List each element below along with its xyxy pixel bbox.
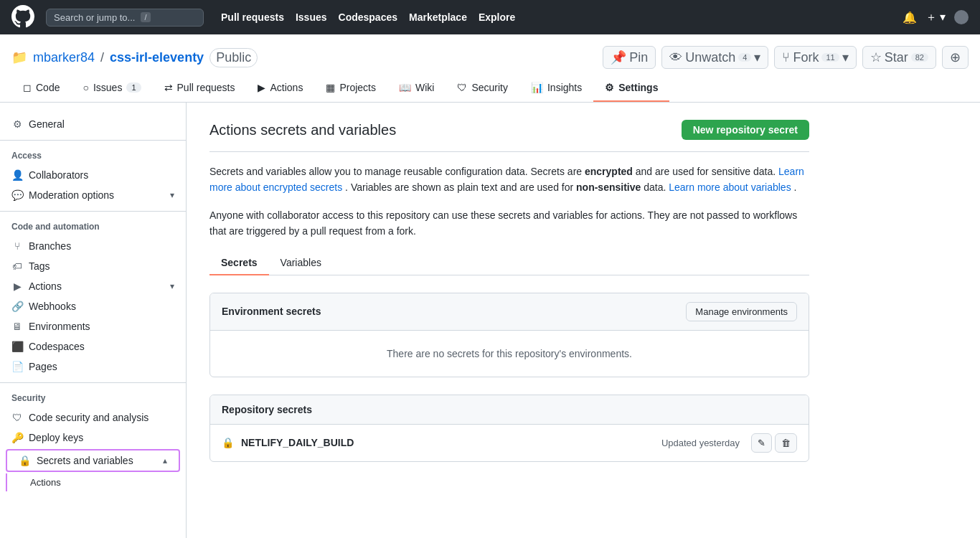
sidebar-item-code-security[interactable]: 🛡 Code security and analysis bbox=[0, 407, 186, 428]
nav-explore[interactable]: Explore bbox=[479, 11, 515, 23]
env-secrets-empty: There are no secrets for this repository… bbox=[210, 331, 809, 377]
sidebar-item-general[interactable]: ⚙ General bbox=[0, 114, 186, 134]
tab-variables[interactable]: Variables bbox=[269, 251, 333, 275]
sidebar-divider-3 bbox=[0, 382, 186, 383]
unwatch-button[interactable]: 👁 Unwatch 4 ▾ bbox=[661, 46, 768, 69]
desc-p3: . Variables are shown as plain text and … bbox=[345, 181, 576, 193]
search-box[interactable]: Search or jump to... / bbox=[46, 9, 204, 27]
sidebar-item-webhooks[interactable]: 🔗 Webhooks bbox=[0, 296, 186, 316]
secret-name: NETLIFY_DAILY_BUILD bbox=[241, 437, 354, 448]
fork-button[interactable]: ⑂ Fork 11 ▾ bbox=[774, 46, 856, 69]
settings-icon: ⚙ bbox=[605, 82, 614, 93]
tab-settings[interactable]: ⚙ Settings bbox=[593, 75, 669, 102]
desc-bold-nonsensitive: non-sensitive bbox=[576, 181, 641, 193]
tag-icon: 🏷 bbox=[11, 260, 23, 272]
sidebar-item-actions[interactable]: ▶ Actions ▾ bbox=[0, 276, 186, 296]
comment-icon: 💬 bbox=[11, 189, 23, 201]
top-navigation: Search or jump to... / Pull requests Iss… bbox=[0, 0, 980, 34]
desc-p4: data. bbox=[644, 181, 669, 193]
repo-name-link[interactable]: css-irl-eleventy bbox=[110, 50, 204, 65]
fork-count: 11 bbox=[821, 53, 839, 62]
nav-issues[interactable]: Issues bbox=[296, 11, 327, 23]
pin-icon: 📌 bbox=[611, 49, 626, 65]
repo-icon: 📁 bbox=[11, 49, 27, 65]
sidebar-item-secrets-variables[interactable]: 🔒 Secrets and variables ▴ bbox=[6, 449, 180, 472]
environment-secrets-card: Environment secrets Manage environments … bbox=[209, 293, 809, 377]
star-button[interactable]: ☆ Star 82 bbox=[862, 46, 936, 69]
page-header: Actions secrets and variables New reposi… bbox=[209, 120, 809, 152]
sidebar-item-codespaces[interactable]: ⬛ Codespaces bbox=[0, 336, 186, 357]
sidebar-sub-item-actions[interactable]: Actions bbox=[6, 473, 186, 491]
pin-button[interactable]: 📌 Pin bbox=[603, 46, 656, 69]
avatar[interactable] bbox=[954, 10, 969, 24]
secret-lock-icon: 🔒 bbox=[222, 437, 234, 448]
desc-link-variables[interactable]: Learn more about variables bbox=[669, 181, 791, 193]
tab-issues-label: Issues bbox=[93, 82, 122, 93]
new-secret-button[interactable]: New repository secret bbox=[682, 120, 809, 140]
sidebar-item-environments[interactable]: 🖥 Environments bbox=[0, 316, 186, 336]
automation-section-label: Code and automation bbox=[0, 217, 186, 236]
sidebar-environments-label: Environments bbox=[29, 321, 90, 332]
plus-button[interactable]: ＋ ▾ bbox=[925, 10, 946, 25]
sidebar-secrets-label: Secrets and variables bbox=[37, 455, 133, 466]
nav-pull-requests[interactable]: Pull requests bbox=[221, 11, 284, 23]
description-text-2: Anyone with collaborator access to this … bbox=[209, 207, 809, 240]
chevron-down-icon: ▾ bbox=[754, 49, 760, 65]
secret-updated: Updated yesterday bbox=[661, 438, 740, 448]
sidebar-automation-section: Code and automation ⑂ Branches 🏷 Tags ▶ … bbox=[0, 217, 186, 377]
main-layout: ⚙ General Access 👤 Collaborators 💬 Moder… bbox=[0, 103, 980, 538]
desc-p5: . bbox=[794, 181, 797, 193]
issue-icon: ○ bbox=[83, 82, 88, 93]
tab-issues[interactable]: ○ Issues 1 bbox=[71, 75, 152, 102]
star-icon: ☆ bbox=[870, 49, 882, 65]
sidebar-item-branches[interactable]: ⑂ Branches bbox=[0, 236, 186, 256]
code-icon: ◻ bbox=[23, 82, 32, 93]
unwatch-label: Unwatch bbox=[685, 50, 735, 65]
sidebar-item-collaborators[interactable]: 👤 Collaborators bbox=[0, 165, 186, 185]
more-button[interactable]: ⊕ bbox=[942, 46, 969, 69]
tab-secrets[interactable]: Secrets bbox=[209, 251, 269, 275]
repo-separator: / bbox=[100, 50, 104, 65]
star-label: Star bbox=[885, 50, 908, 65]
sidebar-general-section: ⚙ General bbox=[0, 114, 186, 134]
sidebar-item-deploy-keys[interactable]: 🔑 Deploy keys bbox=[0, 428, 186, 448]
tab-code[interactable]: ◻ Code bbox=[11, 75, 71, 102]
top-nav-links: Pull requests Issues Codespaces Marketpl… bbox=[221, 11, 515, 23]
repo-owner-link[interactable]: mbarker84 bbox=[33, 50, 95, 65]
tab-insights[interactable]: 📊 Insights bbox=[519, 75, 593, 102]
sidebar-item-tags[interactable]: 🏷 Tags bbox=[0, 256, 186, 276]
sidebar-item-pages[interactable]: 📄 Pages bbox=[0, 357, 186, 377]
content-tabs: Secrets Variables bbox=[209, 251, 809, 275]
search-shortcut: / bbox=[141, 12, 150, 22]
tab-actions[interactable]: ▶ Actions bbox=[246, 75, 314, 102]
sidebar-sub-actions-label: Actions bbox=[30, 477, 61, 488]
delete-secret-button[interactable]: 🗑 bbox=[775, 433, 797, 453]
issues-count: 1 bbox=[126, 82, 141, 93]
sidebar-pages-label: Pages bbox=[29, 361, 57, 372]
nav-codespaces[interactable]: Codespaces bbox=[339, 11, 397, 23]
tab-security[interactable]: 🛡 Security bbox=[446, 75, 519, 102]
codespaces-icon: ⬛ bbox=[11, 341, 23, 352]
star-count: 82 bbox=[911, 53, 928, 62]
description-text-1: Secrets and variables allow you to manag… bbox=[209, 164, 809, 196]
tab-wiki[interactable]: 📖 Wiki bbox=[387, 75, 446, 102]
github-logo[interactable] bbox=[11, 5, 34, 30]
tab-settings-label: Settings bbox=[618, 82, 658, 93]
sidebar-tags-label: Tags bbox=[29, 260, 50, 272]
tab-pull-requests[interactable]: ⇄ Pull requests bbox=[153, 75, 247, 102]
notifications-button[interactable]: 🔔 bbox=[903, 11, 917, 24]
edit-secret-button[interactable]: ✎ bbox=[751, 433, 772, 453]
sidebar-item-moderation[interactable]: 💬 Moderation options ▾ bbox=[0, 185, 186, 205]
person-icon: 👤 bbox=[11, 169, 23, 181]
tab-projects[interactable]: ▦ Projects bbox=[314, 75, 387, 102]
repo-secrets-title: Repository secrets bbox=[222, 404, 312, 415]
unwatch-count: 4 bbox=[738, 53, 751, 62]
main-content: Actions secrets and variables New reposi… bbox=[187, 103, 832, 538]
pages-icon: 📄 bbox=[11, 361, 23, 372]
eye-icon: 👁 bbox=[669, 50, 682, 65]
nav-marketplace[interactable]: Marketplace bbox=[409, 11, 467, 23]
pencil-icon: ✎ bbox=[758, 438, 765, 448]
manage-environments-button[interactable]: Manage environments bbox=[686, 302, 797, 321]
shield-icon: 🛡 bbox=[11, 412, 23, 423]
tab-wiki-label: Wiki bbox=[415, 82, 434, 93]
